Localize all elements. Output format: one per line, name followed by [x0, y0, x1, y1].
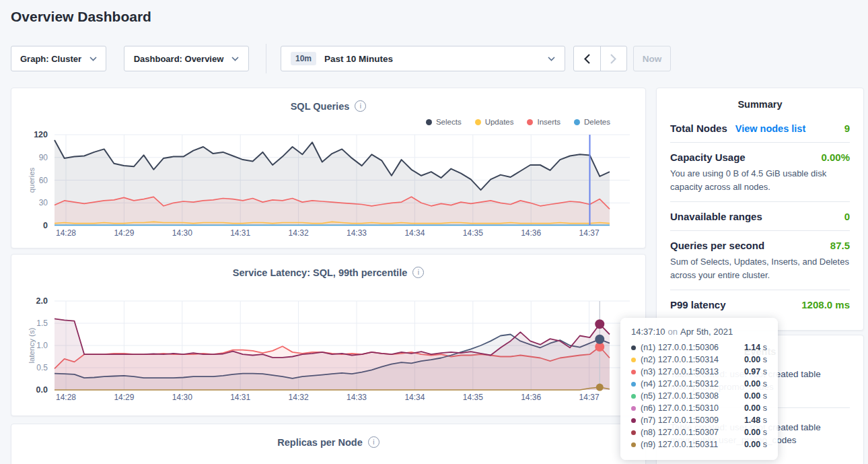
svg-text:queries: queries	[28, 167, 36, 193]
node-color-dot-icon	[631, 382, 636, 387]
time-range-dropdown[interactable]: 10m Past 10 Minutes	[281, 46, 565, 71]
node-color-dot-icon	[631, 345, 636, 350]
now-button[interactable]: Now	[633, 46, 671, 71]
svg-text:latency (s): latency (s)	[28, 327, 36, 363]
time-next-button[interactable]	[601, 46, 627, 71]
summary-panel: Summary Total NodesView nodes list9Capac…	[656, 88, 864, 331]
svg-text:1.0: 1.0	[36, 341, 48, 350]
page-title: Overview Dashboard	[11, 9, 151, 25]
tooltip-node-value: 0.00 s	[744, 440, 767, 449]
tooltip-node-row: (n8) 127.0.0.1:503070.00 s	[631, 426, 767, 438]
replicas-chart-title: Replicas per Node	[277, 437, 363, 448]
controls-separator	[266, 44, 266, 73]
tooltip-node-label: (n2) 127.0.0.1:50314	[641, 355, 719, 364]
tooltip-rows: (n1) 127.0.0.1:503061.14 s(n2) 127.0.0.1…	[631, 341, 767, 451]
svg-text:14:28: 14:28	[56, 228, 76, 238]
service-latency-chart-card: Service Latency: SQL, 99th percentile i …	[11, 254, 646, 416]
chevron-down-icon	[231, 57, 239, 61]
tooltip-node-label: (n5) 127.0.0.1:50308	[641, 391, 719, 401]
summary-row-description: Sum of Selects, Updates, Inserts, and De…	[670, 255, 850, 281]
summary-row-label: Unavailable ranges	[670, 211, 762, 222]
tooltip-node-label: (n8) 127.0.0.1:50307	[641, 428, 719, 437]
tooltip-node-value: 1.48 s	[744, 416, 767, 425]
replicas-chart-title-row: Replicas per Node i	[11, 436, 645, 448]
summary-row: Capacity Usage0.00%You are using 0 B of …	[670, 143, 850, 202]
chevron-down-icon	[548, 57, 555, 61]
summary-row-value: 1208.0 ms	[801, 299, 850, 310]
dashboard-dropdown[interactable]: Dashboard: Overview	[124, 46, 249, 71]
info-icon[interactable]: i	[368, 436, 379, 448]
svg-text:2.0: 2.0	[36, 296, 48, 306]
summary-row-head: Queries per second87.5	[670, 240, 850, 251]
summary-row: P99 latency1208.0 ms	[670, 290, 850, 319]
tooltip-on: on	[668, 327, 678, 337]
summary-row-head: Unavailable ranges0	[670, 211, 850, 222]
svg-text:60: 60	[39, 176, 48, 185]
tooltip-date: Apr 5th, 2021	[680, 327, 733, 337]
svg-text:14:35: 14:35	[463, 393, 483, 402]
node-color-dot-icon	[631, 370, 636, 374]
sql-queries-chart[interactable]: 14:2814:2914:3014:3114:3214:3314:3414:35…	[11, 88, 647, 249]
summary-title: Summary	[657, 88, 863, 110]
svg-text:1.5: 1.5	[36, 319, 48, 328]
svg-text:90: 90	[39, 153, 48, 162]
time-nav-group	[573, 46, 627, 71]
svg-text:120: 120	[34, 130, 48, 139]
summary-row-head: P99 latency1208.0 ms	[670, 299, 850, 310]
svg-text:0.0: 0.0	[36, 385, 48, 395]
dashboard-label: Dashboard: Overview	[134, 54, 224, 64]
tooltip-node-row: (n6) 127.0.0.1:503100.00 s	[631, 402, 767, 414]
view-nodes-list-link[interactable]: View nodes list	[735, 123, 806, 134]
svg-text:14:36: 14:36	[521, 228, 541, 238]
tooltip-node-row: (n9) 127.0.0.1:503110.00 s	[631, 438, 767, 451]
summary-row-value: 9	[844, 123, 850, 134]
summary-row-head: Capacity Usage0.00%	[670, 152, 850, 163]
svg-text:14:30: 14:30	[172, 228, 192, 238]
time-prev-button[interactable]	[574, 46, 601, 71]
summary-row-value: 0	[844, 211, 850, 222]
svg-text:14:34: 14:34	[404, 228, 425, 238]
graph-scope-dropdown[interactable]: Graph: Cluster	[11, 46, 106, 71]
tooltip-node-value: 0.00 s	[744, 379, 767, 389]
svg-text:14:30: 14:30	[172, 393, 192, 402]
svg-text:14:28: 14:28	[56, 393, 76, 402]
svg-text:14:29: 14:29	[114, 228, 134, 238]
svg-text:30: 30	[39, 198, 48, 207]
tooltip-node-label: (n4) 127.0.0.1:50312	[641, 379, 719, 389]
tooltip-node-value: 0.97 s	[744, 367, 767, 376]
node-color-dot-icon	[631, 442, 636, 447]
node-color-dot-icon	[631, 430, 636, 435]
chart-hover-tooltip: 14:37:10onApr 5th, 2021 (n1) 127.0.0.1:5…	[620, 318, 778, 460]
service-latency-chart[interactable]: 14:2814:2914:3014:3114:3214:3314:3414:35…	[11, 255, 647, 417]
tooltip-node-label: (n6) 127.0.0.1:50310	[641, 403, 719, 413]
svg-text:14:31: 14:31	[230, 393, 250, 402]
svg-text:14:34: 14:34	[404, 393, 425, 402]
tooltip-node-value: 1.14 s	[744, 343, 767, 352]
summary-row-value: 0.00%	[821, 152, 850, 163]
replicas-per-node-chart-card: Replicas per Node i	[11, 424, 646, 464]
tooltip-node-label: (n9) 127.0.0.1:50311	[641, 440, 718, 449]
svg-text:0.5: 0.5	[36, 363, 48, 372]
summary-row-label: Queries per second	[670, 240, 764, 251]
tooltip-node-label: (n1) 127.0.0.1:50306	[641, 343, 719, 352]
tooltip-node-row: (n2) 127.0.0.1:503140.00 s	[631, 354, 767, 366]
summary-row: Total NodesView nodes list9	[670, 114, 850, 143]
summary-row-value: 87.5	[830, 240, 850, 251]
tooltip-timestamp: 14:37:10onApr 5th, 2021	[631, 327, 767, 337]
svg-text:14:32: 14:32	[289, 393, 309, 402]
summary-row-head: Total NodesView nodes list9	[670, 123, 850, 134]
svg-text:14:33: 14:33	[347, 393, 367, 402]
tooltip-node-value: 0.00 s	[744, 403, 767, 413]
tooltip-node-row: (n3) 127.0.0.1:503130.97 s	[631, 366, 767, 378]
svg-text:14:37: 14:37	[579, 228, 600, 238]
node-color-dot-icon	[631, 358, 636, 362]
chevron-down-icon	[89, 57, 97, 61]
svg-text:0: 0	[43, 221, 48, 230]
tooltip-node-row: (n4) 127.0.0.1:503120.00 s	[631, 378, 767, 390]
svg-text:14:32: 14:32	[289, 228, 309, 238]
node-color-dot-icon	[631, 418, 636, 423]
chevron-left-icon	[584, 54, 590, 64]
overview-dashboard-page: Overview Dashboard Graph: Cluster Dashbo…	[0, 0, 868, 464]
svg-text:14:35: 14:35	[463, 228, 483, 238]
tooltip-node-label: (n7) 127.0.0.1:50309	[641, 416, 719, 425]
